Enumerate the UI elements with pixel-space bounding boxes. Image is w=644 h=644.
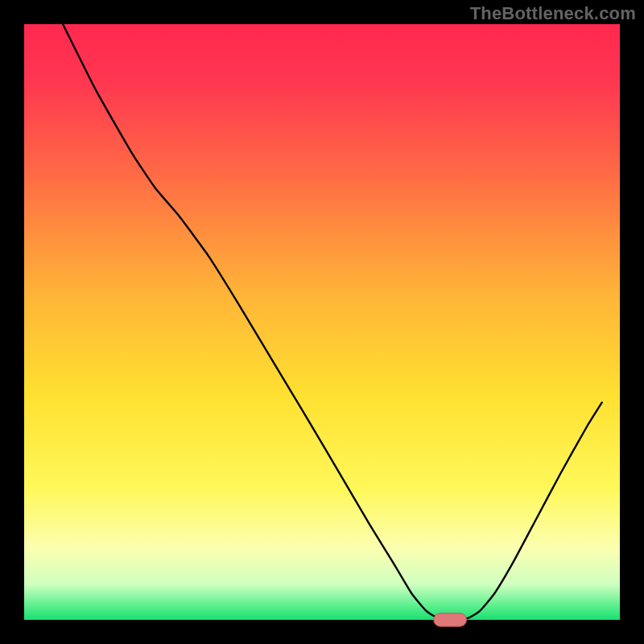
bottleneck-chart [0, 0, 644, 644]
chart-frame: TheBottleneck.com [0, 0, 644, 644]
optimal-marker [434, 613, 467, 626]
